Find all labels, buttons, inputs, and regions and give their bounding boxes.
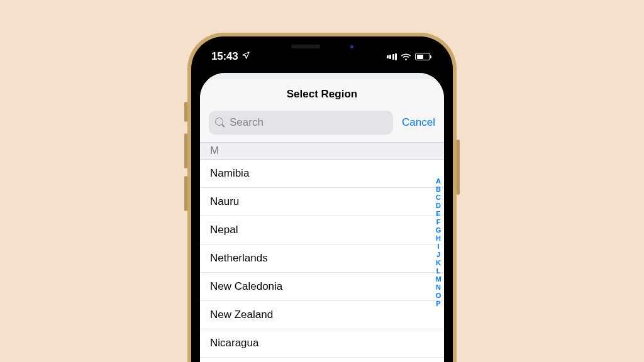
index-letter[interactable]: F — [434, 218, 443, 226]
region-label: Nauru — [210, 195, 239, 208]
index-letter[interactable]: K — [434, 259, 443, 267]
list-item[interactable]: Nicaragua — [200, 329, 444, 358]
index-letter[interactable]: M — [434, 275, 443, 283]
modal-title: Select Region — [200, 79, 444, 109]
list-item[interactable]: New Zealand — [200, 301, 444, 329]
index-letter[interactable]: D — [434, 202, 443, 210]
index-letter[interactable]: P — [434, 300, 443, 308]
region-label: Netherlands — [210, 252, 268, 265]
region-label: Nicaragua — [210, 337, 259, 349]
list-item[interactable]: Netherlands — [200, 244, 444, 273]
index-letter[interactable]: I — [434, 243, 443, 251]
speaker-grille — [291, 45, 320, 48]
list-item[interactable]: New Caledonia — [200, 273, 444, 301]
index-letter[interactable]: E — [434, 210, 443, 218]
index-letter[interactable]: O — [434, 292, 443, 300]
list-item[interactable]: Nepal — [200, 216, 444, 244]
search-placeholder: Search — [230, 116, 264, 129]
power-button — [457, 140, 460, 195]
region-label: Namibia — [210, 167, 249, 180]
index-letter[interactable]: G — [434, 226, 443, 234]
search-row: Search Cancel — [200, 109, 444, 142]
index-letter[interactable]: B — [434, 185, 443, 194]
battery-icon — [415, 53, 430, 60]
list-item[interactable]: Nauru — [200, 188, 444, 216]
alphabet-index-rail[interactable]: A B C D E F G H I J K L M N O — [434, 177, 443, 308]
index-letter[interactable]: C — [434, 194, 443, 202]
screen: Select Region Search Cancel M Namibia Na… — [200, 73, 444, 362]
wifi-icon — [401, 53, 411, 61]
select-region-modal: Select Region Search Cancel M Namibia Na… — [200, 79, 444, 362]
index-letter[interactable]: H — [434, 234, 443, 243]
index-letter[interactable]: A — [434, 177, 443, 185]
region-label: Nepal — [210, 224, 238, 236]
list-item[interactable]: Namibia — [200, 160, 444, 188]
section-header-letter: M — [200, 142, 444, 160]
front-camera — [350, 45, 353, 48]
region-list[interactable]: Namibia Nauru Nepal Netherlands New Cale… — [200, 160, 444, 362]
device-notch — [259, 36, 385, 57]
list-item[interactable]: Niger — [200, 358, 444, 362]
index-letter[interactable]: N — [434, 283, 443, 292]
index-letter[interactable]: L — [434, 267, 443, 275]
clock: 15:43 — [211, 50, 238, 63]
region-label: New Caledonia — [210, 280, 282, 293]
phone-frame: 15:43 Select Re — [187, 33, 457, 362]
search-icon — [215, 118, 226, 128]
index-letter[interactable]: J — [434, 251, 443, 259]
search-input[interactable]: Search — [209, 111, 393, 134]
region-label: New Zealand — [210, 309, 273, 321]
location-arrow-icon — [242, 50, 250, 63]
modal-back-card — [205, 73, 439, 79]
cellular-signal-icon — [387, 53, 397, 60]
cancel-button[interactable]: Cancel — [402, 116, 435, 129]
